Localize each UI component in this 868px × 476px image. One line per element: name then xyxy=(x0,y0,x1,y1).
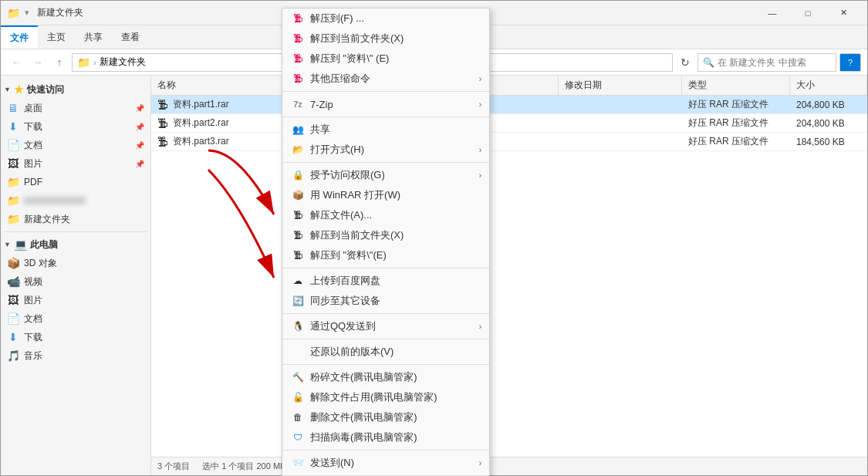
refresh-button[interactable]: ↻ xyxy=(676,53,694,72)
search-box: 🔍 xyxy=(697,53,836,72)
cm-extract-here2[interactable]: 🗜 解压到当前文件夹(X) xyxy=(282,225,489,245)
status-bar: 3 个项目 选中 1 个项目 200 MB xyxy=(151,457,867,475)
sidebar-item-dl-label: 下载 xyxy=(24,331,42,344)
sidebar-item-desktop[interactable]: 🖥 桌面 📌 xyxy=(1,99,150,117)
cm-other-compress[interactable]: 🗜 其他压缩命令 › xyxy=(282,69,489,89)
cm-delete-tencent[interactable]: 🗑 删除文件(腾讯电脑管家) xyxy=(282,407,489,427)
window: 📁 ▾ 新建文件夹 — □ ✕ 文件 主页 共享 查看 ← → ↑ 📁 › 新建… xyxy=(0,0,868,476)
cm-restore-version[interactable]: 还原以前的版本(V) xyxy=(282,342,489,362)
tab-file[interactable]: 文件 xyxy=(1,25,38,49)
cm-unlock-label: 解除文件占用(腾讯电脑管家) xyxy=(310,390,437,404)
video-icon: 📹 xyxy=(7,275,19,288)
cm-share[interactable]: 👥 共享 xyxy=(282,120,489,140)
address-separator: › xyxy=(93,58,96,67)
back-button[interactable]: ← xyxy=(7,53,25,72)
cm-extract-to[interactable]: 🗜 解压到(F) ... xyxy=(282,8,489,29)
cm-open-with[interactable]: 📂 打开方式(H) › xyxy=(282,140,489,160)
forward-button[interactable]: → xyxy=(29,53,47,72)
sidebar-item-docs[interactable]: 📄 文档 📌 xyxy=(1,136,150,154)
file-date-cell-3 xyxy=(559,133,682,150)
sidebar-item-pdf[interactable]: 📁 PDF xyxy=(1,173,150,191)
cm-grant-access[interactable]: 🔒 授予访问权限(G) › xyxy=(282,165,489,185)
cm-share-label: 共享 xyxy=(310,123,330,137)
pin-icon-pics: 📌 xyxy=(135,160,144,168)
cm-sync[interactable]: 🔄 同步至其它设备 xyxy=(282,291,489,311)
cm-sep-7 xyxy=(282,364,489,365)
quick-access-header[interactable]: ▼ ★ 快速访问 xyxy=(1,80,150,99)
pin-icon-docs: 📌 xyxy=(135,141,144,150)
sidebar-item-pics[interactable]: 🖼 图片 📌 xyxy=(1,154,150,173)
minimize-button[interactable]: — xyxy=(755,1,790,25)
cm-open-with-label: 打开方式(H) xyxy=(310,143,364,157)
cm-scan-icon: 🛡 xyxy=(290,432,306,443)
search-input[interactable] xyxy=(718,57,826,68)
col-size-header[interactable]: 大小 xyxy=(790,76,867,95)
cm-extract-folder2[interactable]: 🗜 解压到 "资料\"(E) xyxy=(282,245,489,265)
dl-icon: ⬇ xyxy=(7,331,19,343)
this-pc-header[interactable]: ▼ 💻 此电脑 xyxy=(1,235,150,254)
cm-upload-baidu[interactable]: ☁ 上传到百度网盘 xyxy=(282,271,489,291)
sidebar-item-downloads[interactable]: ⬇ 下载 📌 xyxy=(1,117,150,136)
file-icon-rar2: 🗜 xyxy=(157,117,168,130)
tab-home[interactable]: 主页 xyxy=(38,25,75,49)
col-date-header[interactable]: 修改日期 xyxy=(559,76,682,95)
sidebar-item-documents[interactable]: 📄 文档 xyxy=(1,309,150,328)
cm-qq-send[interactable]: 🐧 通过QQ发送到 › xyxy=(282,316,489,336)
cm-share-icon: 👥 xyxy=(290,124,306,135)
sidebar-item-pdf-label: PDF xyxy=(24,177,42,187)
cm-extract-a[interactable]: 🗜 解压文件(A)... xyxy=(282,205,489,225)
pdf-icon: 📁 xyxy=(7,176,19,188)
table-row[interactable]: 🗜 资料.part1.rar 好压 RAR 压缩文件 204,800 KB xyxy=(151,96,867,114)
sidebar-item-newdir-label: 新建文件夹 xyxy=(24,213,70,226)
cm-sync-icon: 🔄 xyxy=(290,295,306,306)
cm-extract-a-icon: 🗜 xyxy=(290,210,306,221)
docs-icon: 📄 xyxy=(7,139,19,151)
cm-delete-tencent-icon: 🗑 xyxy=(290,412,306,423)
cm-shred-label: 粉碎文件(腾讯电脑管家) xyxy=(310,370,417,384)
close-button[interactable]: ✕ xyxy=(826,1,861,25)
sidebar-item-dl[interactable]: ⬇ 下载 xyxy=(1,328,150,346)
cm-unlock[interactable]: 🔓 解除文件占用(腾讯电脑管家) xyxy=(282,387,489,407)
cm-send-to[interactable]: 📨 发送到(N) › xyxy=(282,453,489,473)
cm-open-winrar[interactable]: 📦 用 WinRAR 打开(W) xyxy=(282,185,489,205)
pin-icon-downloads: 📌 xyxy=(135,123,144,131)
table-row[interactable]: 🗜 资料.part3.rar 好压 RAR 压缩文件 184,560 KB xyxy=(151,133,867,151)
up-button[interactable]: ↑ xyxy=(50,53,69,72)
sidebar-item-3d[interactable]: 📦 3D 对象 xyxy=(1,254,150,272)
cm-scan-virus-label: 扫描病毒(腾讯电脑管家) xyxy=(310,430,417,444)
cm-sep-6 xyxy=(282,339,489,339)
pics-icon: 🖼 xyxy=(7,157,19,170)
sidebar-item-music[interactable]: 🎵 音乐 xyxy=(1,346,150,365)
col-type-header[interactable]: 类型 xyxy=(682,76,790,95)
3d-icon: 📦 xyxy=(7,257,19,269)
cm-scan-virus[interactable]: 🛡 扫描病毒(腾讯电脑管家) xyxy=(282,427,489,447)
cm-extract-here[interactable]: 🗜 解压到当前文件夹(X) xyxy=(282,29,489,49)
maximize-button[interactable]: □ xyxy=(790,1,826,25)
cm-send-to-label: 发送到(N) xyxy=(310,456,354,470)
sidebar-item-newdir[interactable]: 📁 新建文件夹 xyxy=(1,210,150,228)
cm-rar-icon-3: 🗜 xyxy=(290,53,306,64)
tab-view[interactable]: 查看 xyxy=(112,25,149,49)
cm-sync-label: 同步至其它设备 xyxy=(310,294,380,308)
downloads-icon: ⬇ xyxy=(7,120,19,133)
sidebar-item-desktop-label: 桌面 xyxy=(24,102,42,115)
expand-this-pc-icon: ▼ xyxy=(4,241,11,248)
table-row[interactable]: 🗜 资料.part2.rar 好压 RAR 压缩文件 204,800 KB xyxy=(151,114,867,133)
cm-7zip-icon: 7z xyxy=(290,100,306,109)
file-size-cell-3: 184,560 KB xyxy=(790,133,867,150)
cm-open-with-arrow: › xyxy=(479,146,481,154)
cm-7zip[interactable]: 7z 7-Zip › xyxy=(282,94,489,114)
sidebar-item-downloads-label: 下载 xyxy=(24,120,42,133)
cm-extract-folder[interactable]: 🗜 解压到 "资料\" (E) xyxy=(282,49,489,69)
cm-shred[interactable]: 🔨 粉碎文件(腾讯电脑管家) xyxy=(282,367,489,387)
cm-rar-icon-4: 🗜 xyxy=(290,73,306,84)
sidebar-item-video[interactable]: 📹 视频 xyxy=(1,272,150,291)
file-name-2: 资料.part2.rar xyxy=(173,116,229,130)
titlebar-controls: — □ ✕ xyxy=(755,1,861,25)
sidebar-divider1 xyxy=(4,231,147,232)
tab-share[interactable]: 共享 xyxy=(75,25,112,49)
sidebar-item-blurred1[interactable]: 📁 xyxy=(1,191,150,210)
sidebar-item-video-label: 视频 xyxy=(24,275,42,289)
sidebar-item-pictures[interactable]: 🖼 图片 xyxy=(1,291,150,309)
help-button[interactable]: ? xyxy=(839,53,861,72)
